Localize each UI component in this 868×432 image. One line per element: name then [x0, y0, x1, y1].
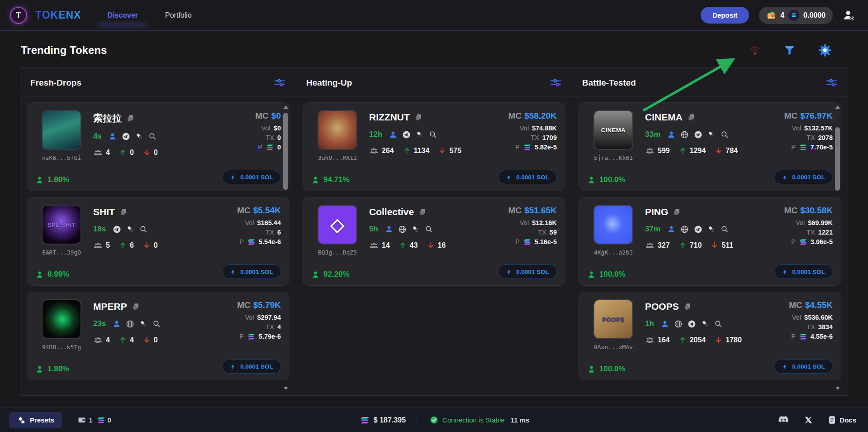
pill-icon[interactable]	[126, 225, 134, 233]
search-icon[interactable]	[139, 225, 147, 233]
token-address[interactable]: 4KgK...a2b3	[594, 249, 633, 256]
settings-gear-icon[interactable]	[818, 43, 832, 57]
token-card[interactable]: 94RD...k5TgMPERP23s440MC$5.79KVol$297.94…	[27, 292, 289, 380]
deposit-button[interactable]: Deposit	[701, 7, 749, 24]
connection-wifi-icon[interactable]	[749, 44, 761, 56]
copy-address-icon[interactable]	[418, 208, 427, 216]
token-logo[interactable]	[42, 110, 81, 150]
token-card[interactable]: POOPS8Axn...xMAvPOOPS1h16420541780MC$4.5…	[579, 292, 841, 380]
quick-buy-button[interactable]: 0.0001 SOL	[222, 359, 281, 374]
quick-buy-button[interactable]: 0.0001 SOL	[774, 359, 833, 374]
token-logo[interactable]: CINEMA	[593, 110, 633, 150]
scrollbar[interactable]	[835, 106, 840, 390]
telegram-icon[interactable]	[113, 225, 121, 234]
token-logo[interactable]	[42, 299, 81, 339]
search-icon[interactable]	[714, 320, 722, 328]
scroll-down-icon[interactable]	[284, 387, 288, 390]
user-icon[interactable]	[385, 225, 393, 233]
pill-icon[interactable]	[416, 130, 424, 139]
token-logo[interactable]: POOPS	[593, 299, 633, 339]
telegram-icon[interactable]	[688, 320, 696, 328]
quick-buy-button[interactable]: 0.0001 SOL	[774, 170, 833, 184]
scrollbar-thumb[interactable]	[283, 113, 288, 190]
token-card[interactable]: 4KgK...a2b3PING37m327710511MC$30.58KVol$…	[579, 197, 841, 286]
user-icon[interactable]	[113, 320, 121, 328]
active-wallets-indicator[interactable]: 1 0	[77, 416, 111, 424]
user-icon[interactable]	[389, 130, 397, 139]
account-settings-button[interactable]	[843, 10, 855, 21]
copy-address-icon[interactable]	[687, 113, 695, 121]
pill-icon[interactable]	[412, 225, 420, 233]
quick-buy-button[interactable]: 0.0001 SOL	[498, 170, 557, 184]
pill-icon[interactable]	[701, 320, 709, 328]
scroll-up-icon[interactable]	[284, 106, 288, 109]
token-address[interactable]: 5jra...Kk61	[594, 154, 633, 161]
column-filter-sliders-icon[interactable]	[274, 77, 286, 88]
telegram-icon[interactable]	[402, 130, 411, 139]
token-card[interactable]: nsK6...5TGi索拉拉4s400MC$0Vol$0TX0P01.80%0.…	[27, 102, 289, 191]
token-card[interactable]: CINEMA5jra...Kk61CINEMA33m5991294784MC$7…	[579, 102, 841, 191]
token-address[interactable]: 8Axn...xMAv	[594, 344, 633, 350]
scroll-up-icon[interactable]	[835, 106, 840, 109]
token-address[interactable]: 94RD...k5Tg	[42, 344, 81, 350]
token-logo[interactable]: SPL SHIT	[42, 205, 81, 245]
search-icon[interactable]	[721, 225, 729, 233]
pill-icon[interactable]	[707, 225, 716, 233]
quick-buy-button[interactable]: 0.0001 SOL	[774, 264, 833, 279]
copy-address-icon[interactable]	[414, 113, 422, 121]
telegram-icon[interactable]	[694, 225, 702, 234]
user-icon[interactable]	[661, 320, 669, 328]
quick-buy-button[interactable]: 0.0001 SOL	[222, 170, 281, 184]
globe-icon[interactable]	[680, 225, 689, 234]
scrollbar[interactable]	[283, 106, 289, 390]
column-filter-sliders-icon[interactable]	[825, 77, 838, 88]
column-filter-sliders-icon[interactable]	[550, 77, 562, 88]
token-card[interactable]: 3uh9...MX12RIZZNUT12h2641134575MC$58.20K…	[303, 102, 565, 191]
telegram-icon[interactable]	[694, 130, 702, 139]
pill-icon[interactable]	[707, 130, 716, 139]
user-icon[interactable]	[667, 225, 675, 233]
globe-icon[interactable]	[674, 320, 683, 328]
tab-portfolio[interactable]: Portfolio	[164, 9, 193, 22]
copy-address-icon[interactable]	[683, 302, 692, 311]
copy-address-icon[interactable]	[673, 208, 681, 216]
presets-button[interactable]: Presets	[9, 412, 62, 428]
x-twitter-icon[interactable]	[804, 416, 813, 424]
user-icon[interactable]	[667, 130, 675, 139]
app-logo[interactable]: T	[10, 7, 27, 24]
token-logo[interactable]	[318, 110, 357, 150]
globe-icon[interactable]	[680, 130, 689, 139]
wallet-balance-pill[interactable]: 4 0.0000	[759, 7, 833, 24]
telegram-icon[interactable]	[122, 132, 130, 141]
discord-icon[interactable]	[778, 416, 789, 424]
token-address[interactable]: EART...39gD	[42, 249, 81, 256]
tab-discover[interactable]: Discover	[106, 9, 139, 22]
pill-icon[interactable]	[135, 132, 143, 140]
quick-buy-button[interactable]: 0.0001 SOL	[498, 264, 557, 279]
globe-icon[interactable]	[126, 320, 134, 328]
pill-icon[interactable]	[139, 320, 147, 328]
token-card[interactable]: ◇BQJg...DqZ5Collective5h144316MC$51.65KV…	[303, 197, 565, 286]
user-icon[interactable]	[109, 132, 117, 140]
token-logo[interactable]: ◇	[318, 205, 357, 245]
copy-address-icon[interactable]	[126, 114, 134, 122]
token-address[interactable]: nsK6...5TGi	[42, 154, 81, 161]
copy-address-icon[interactable]	[132, 302, 140, 311]
volume: Vol$69.99K	[784, 219, 833, 226]
quick-buy-button[interactable]: 0.0001 SOL	[222, 264, 281, 279]
search-icon[interactable]	[152, 320, 161, 328]
copy-address-icon[interactable]	[119, 208, 128, 216]
token-address[interactable]: 3uh9...MX12	[318, 154, 357, 161]
search-icon[interactable]	[721, 130, 729, 139]
globe-icon[interactable]	[398, 225, 407, 234]
search-icon[interactable]	[148, 132, 157, 140]
scroll-down-icon[interactable]	[835, 387, 840, 390]
token-logo[interactable]	[593, 205, 633, 245]
search-icon[interactable]	[429, 130, 437, 139]
search-icon[interactable]	[425, 225, 433, 233]
scrollbar-thumb[interactable]	[835, 127, 840, 191]
token-address[interactable]: BQJg...DqZ5	[318, 249, 357, 256]
token-card[interactable]: SPL SHITEART...39gDSHIT18s560MC$5.54KVol…	[27, 197, 289, 286]
filter-icon[interactable]	[783, 44, 796, 57]
docs-link[interactable]: Docs	[828, 416, 856, 424]
